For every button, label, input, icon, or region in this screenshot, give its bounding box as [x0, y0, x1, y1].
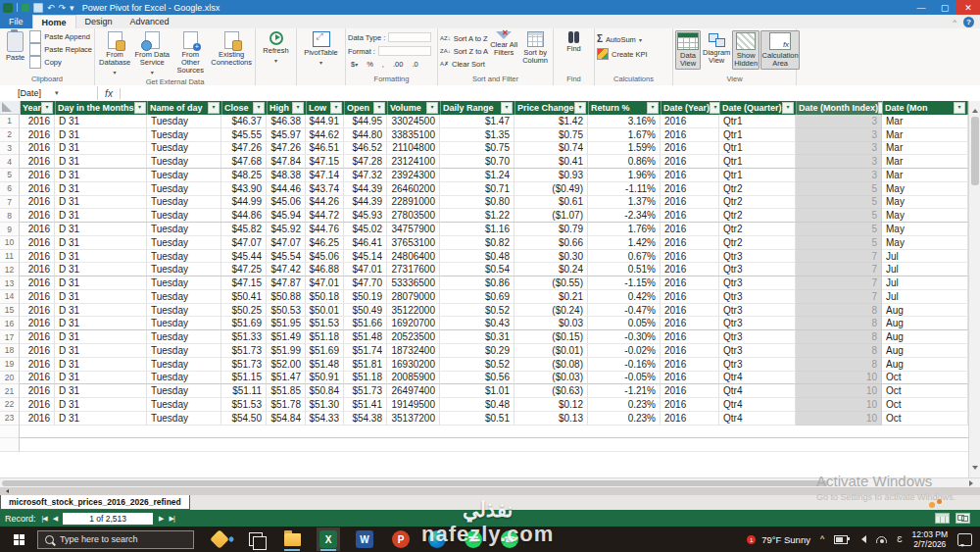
battery-icon[interactable]: [834, 535, 848, 544]
cell[interactable]: $45.06: [306, 250, 344, 264]
cell[interactable]: 2016: [20, 182, 55, 196]
cell[interactable]: 2016: [20, 263, 55, 276]
column-header-date-quarter[interactable]: Date (Quarter)▾: [720, 101, 797, 115]
cell[interactable]: $51.78: [267, 398, 306, 412]
cell[interactable]: 8: [796, 358, 882, 372]
increase-decimal-button[interactable]: .00: [390, 59, 406, 70]
cell[interactable]: $45.02: [344, 223, 387, 236]
tab-file[interactable]: File: [0, 15, 32, 28]
cell[interactable]: 7: [796, 263, 882, 276]
cell[interactable]: 5: [796, 182, 882, 196]
name-box[interactable]: [Date] ▾: [0, 86, 98, 100]
cell[interactable]: 2016: [20, 250, 55, 264]
cell[interactable]: 22891000: [387, 196, 440, 210]
sheet-tab-scroll-left-button[interactable]: [0, 488, 12, 495]
cell[interactable]: $46.25: [306, 236, 344, 250]
cell[interactable]: -0.16%: [588, 358, 661, 372]
cell[interactable]: 3.16%: [588, 115, 661, 128]
cell[interactable]: 53336500: [387, 276, 440, 290]
cell[interactable]: Qtr3: [719, 358, 796, 372]
cell[interactable]: 2016: [661, 384, 719, 398]
column-header-date-mon[interactable]: Date (Mon▾: [883, 101, 968, 115]
cell[interactable]: 0.23%: [588, 398, 661, 412]
cell[interactable]: $44.95: [344, 115, 387, 128]
cell[interactable]: $51.48: [344, 330, 387, 344]
cell[interactable]: Aug: [882, 344, 968, 358]
cell[interactable]: 8: [796, 304, 882, 318]
filter-dropdown-icon[interactable]: ▾: [647, 102, 659, 114]
cell[interactable]: Tuesday: [147, 196, 221, 210]
cell[interactable]: 8: [796, 344, 882, 358]
cell[interactable]: D 31: [55, 398, 147, 412]
cell[interactable]: D 31: [55, 344, 147, 358]
cell[interactable]: $52.00: [267, 358, 306, 372]
cell[interactable]: $47.15: [306, 155, 344, 169]
cell[interactable]: Qtr3: [719, 276, 796, 290]
cell[interactable]: 0.86%: [588, 155, 661, 169]
cell[interactable]: D 31: [55, 196, 147, 210]
cell[interactable]: $0.30: [514, 250, 588, 264]
cell[interactable]: Qtr1: [719, 142, 796, 156]
first-record-icon[interactable]: |◀: [42, 515, 47, 523]
row-number[interactable]: 21: [0, 384, 20, 398]
cell[interactable]: D 31: [55, 236, 147, 250]
select-all-corner[interactable]: [0, 101, 21, 115]
cell[interactable]: $50.53: [267, 304, 306, 318]
cell[interactable]: $44.80: [344, 128, 387, 142]
cell[interactable]: $44.26: [306, 196, 344, 210]
cell[interactable]: Tuesday: [147, 128, 221, 142]
cell[interactable]: ($0.03): [514, 372, 588, 385]
cell[interactable]: Qtr1: [719, 155, 796, 169]
save-icon[interactable]: [33, 3, 43, 13]
cell[interactable]: $51.48: [306, 358, 344, 372]
cell[interactable]: $51.53: [221, 398, 267, 412]
filter-dropdown-icon[interactable]: ▾: [330, 102, 342, 114]
cell[interactable]: Tuesday: [147, 115, 221, 128]
cell[interactable]: D 31: [55, 358, 147, 372]
cell[interactable]: $46.52: [344, 142, 387, 156]
cell[interactable]: ($0.15): [514, 330, 588, 344]
cell[interactable]: $47.25: [221, 263, 267, 276]
cell[interactable]: $0.48: [440, 398, 514, 412]
cell[interactable]: 5: [796, 209, 882, 223]
cell[interactable]: $50.91: [306, 372, 344, 385]
cell[interactable]: $45.06: [267, 196, 306, 210]
cell[interactable]: $50.01: [306, 304, 344, 318]
cell[interactable]: Aug: [882, 317, 968, 330]
cell[interactable]: $0.61: [514, 196, 588, 210]
cell[interactable]: Qtr3: [719, 290, 796, 304]
cell[interactable]: 0.67%: [588, 250, 661, 264]
cell[interactable]: D 31: [55, 223, 147, 236]
cell[interactable]: 8: [796, 317, 882, 330]
vertical-scroll-thumb[interactable]: [971, 117, 979, 185]
cell[interactable]: 3: [796, 115, 882, 128]
cell[interactable]: Qtr3: [719, 263, 796, 276]
cell[interactable]: $50.49: [344, 304, 387, 318]
cell[interactable]: D 31: [55, 209, 147, 223]
column-header-name-of-day[interactable]: Name of day▾: [148, 101, 222, 115]
cell[interactable]: $43.90: [221, 182, 267, 196]
start-button[interactable]: [0, 527, 37, 552]
cell[interactable]: $51.47: [267, 372, 306, 385]
cell[interactable]: $51.99: [267, 344, 306, 358]
cell[interactable]: ($0.08): [514, 358, 588, 372]
cell[interactable]: 26460200: [387, 182, 440, 196]
cell[interactable]: Tuesday: [147, 304, 221, 318]
cell[interactable]: 1.37%: [588, 196, 661, 210]
cell[interactable]: $50.19: [344, 290, 387, 304]
cell[interactable]: [20, 426, 968, 439]
cell[interactable]: $0.86: [440, 276, 514, 290]
tab-design[interactable]: Design: [76, 15, 122, 28]
diagram-view-button[interactable]: Diagram View: [702, 30, 731, 66]
cell[interactable]: $0.93: [514, 169, 588, 182]
cell[interactable]: -0.05%: [588, 372, 661, 385]
cell[interactable]: Tuesday: [147, 263, 221, 276]
cell[interactable]: D 31: [55, 330, 147, 344]
copilot-button[interactable]: [208, 527, 231, 551]
sort-a-to-z-button[interactable]: AZ↓Sort A to Z: [440, 32, 488, 44]
filter-dropdown-icon[interactable]: ▾: [710, 102, 720, 114]
cell[interactable]: $51.49: [267, 330, 306, 344]
cell[interactable]: 33835100: [387, 128, 440, 142]
cell[interactable]: 2016: [661, 358, 719, 372]
cell[interactable]: Aug: [882, 330, 968, 344]
